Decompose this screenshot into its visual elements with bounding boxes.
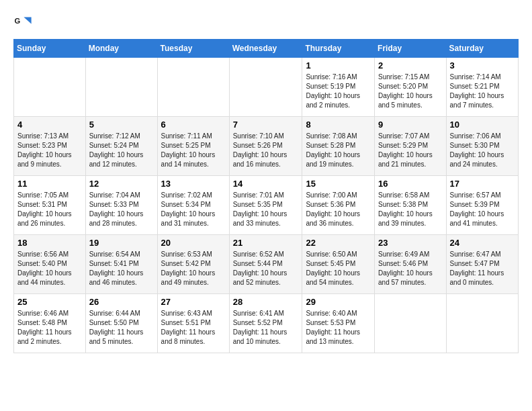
day-cell: 29Sunrise: 6:40 AMSunset: 5:53 PMDayligh… (302, 294, 375, 353)
day-detail: Sunrise: 7:10 AMSunset: 5:26 PMDaylight:… (233, 132, 299, 169)
day-detail: Sunrise: 6:58 AMSunset: 5:38 PMDaylight:… (378, 191, 442, 228)
day-number: 21 (233, 238, 299, 248)
day-detail: Sunrise: 7:16 AMSunset: 5:19 PMDaylight:… (306, 73, 371, 110)
day-cell (157, 58, 229, 117)
logo-icon: G (13, 13, 32, 32)
day-cell: 14Sunrise: 7:01 AMSunset: 5:35 PMDayligh… (229, 176, 302, 235)
day-cell: 16Sunrise: 6:58 AMSunset: 5:38 PMDayligh… (375, 176, 446, 235)
day-cell: 25Sunrise: 6:46 AMSunset: 5:48 PMDayligh… (14, 294, 86, 353)
day-cell: 18Sunrise: 6:56 AMSunset: 5:40 PMDayligh… (14, 235, 86, 294)
day-cell: 15Sunrise: 7:00 AMSunset: 5:36 PMDayligh… (302, 176, 375, 235)
day-detail: Sunrise: 7:13 AMSunset: 5:23 PMDaylight:… (17, 132, 82, 169)
weekday-header-tuesday: Tuesday (157, 40, 229, 58)
day-number: 4 (17, 120, 82, 130)
weekday-header-wednesday: Wednesday (229, 40, 302, 58)
day-number: 13 (161, 179, 226, 189)
day-cell: 1Sunrise: 7:16 AMSunset: 5:19 PMDaylight… (302, 58, 375, 117)
day-detail: Sunrise: 7:06 AMSunset: 5:30 PMDaylight:… (450, 132, 515, 169)
day-cell: 21Sunrise: 6:52 AMSunset: 5:44 PMDayligh… (229, 235, 302, 294)
day-cell: 23Sunrise: 6:49 AMSunset: 5:46 PMDayligh… (375, 235, 446, 294)
day-detail: Sunrise: 7:01 AMSunset: 5:35 PMDaylight:… (233, 191, 299, 228)
day-number: 5 (89, 120, 154, 130)
day-cell: 19Sunrise: 6:54 AMSunset: 5:41 PMDayligh… (85, 235, 157, 294)
day-number: 11 (17, 179, 82, 189)
week-row-1: 1Sunrise: 7:16 AMSunset: 5:19 PMDaylight… (14, 58, 519, 117)
day-number: 8 (306, 120, 371, 130)
day-detail: Sunrise: 6:44 AMSunset: 5:50 PMDaylight:… (89, 309, 154, 347)
day-cell: 13Sunrise: 7:02 AMSunset: 5:34 PMDayligh… (157, 176, 229, 235)
day-cell: 2Sunrise: 7:15 AMSunset: 5:20 PMDaylight… (375, 58, 446, 117)
day-cell: 12Sunrise: 7:04 AMSunset: 5:33 PMDayligh… (85, 176, 157, 235)
day-cell: 7Sunrise: 7:10 AMSunset: 5:26 PMDaylight… (229, 117, 302, 176)
day-detail: Sunrise: 6:43 AMSunset: 5:51 PMDaylight:… (161, 309, 226, 347)
week-row-5: 25Sunrise: 6:46 AMSunset: 5:48 PMDayligh… (14, 294, 519, 353)
day-detail: Sunrise: 6:53 AMSunset: 5:42 PMDaylight:… (161, 250, 226, 287)
day-number: 7 (233, 120, 299, 130)
day-cell (14, 58, 86, 117)
day-number: 28 (233, 297, 299, 307)
day-detail: Sunrise: 6:54 AMSunset: 5:41 PMDaylight:… (89, 250, 154, 287)
day-number: 24 (450, 238, 515, 248)
day-detail: Sunrise: 7:15 AMSunset: 5:20 PMDaylight:… (378, 73, 442, 110)
day-cell: 22Sunrise: 6:50 AMSunset: 5:45 PMDayligh… (302, 235, 375, 294)
day-detail: Sunrise: 6:56 AMSunset: 5:40 PMDaylight:… (17, 250, 82, 287)
day-detail: Sunrise: 6:46 AMSunset: 5:48 PMDaylight:… (17, 309, 82, 347)
day-cell: 3Sunrise: 7:14 AMSunset: 5:21 PMDaylight… (446, 58, 518, 117)
logo: G (13, 13, 35, 32)
day-number: 12 (89, 179, 154, 189)
day-number: 18 (17, 238, 82, 248)
day-cell: 9Sunrise: 7:07 AMSunset: 5:29 PMDaylight… (375, 117, 446, 176)
day-detail: Sunrise: 7:04 AMSunset: 5:33 PMDaylight:… (89, 191, 154, 228)
weekday-header-saturday: Saturday (446, 40, 518, 58)
day-cell: 17Sunrise: 6:57 AMSunset: 5:39 PMDayligh… (446, 176, 518, 235)
day-number: 15 (306, 179, 371, 189)
svg-text:G: G (14, 17, 20, 25)
day-detail: Sunrise: 7:07 AMSunset: 5:29 PMDaylight:… (378, 132, 442, 169)
day-cell (446, 294, 518, 353)
day-cell: 10Sunrise: 7:06 AMSunset: 5:30 PMDayligh… (446, 117, 518, 176)
day-number: 29 (306, 297, 371, 307)
day-cell: 24Sunrise: 6:47 AMSunset: 5:47 PMDayligh… (446, 235, 518, 294)
weekday-header-friday: Friday (375, 40, 446, 58)
day-detail: Sunrise: 7:08 AMSunset: 5:28 PMDaylight:… (306, 132, 371, 169)
day-cell (229, 58, 302, 117)
day-detail: Sunrise: 7:05 AMSunset: 5:31 PMDaylight:… (17, 191, 82, 228)
day-number: 10 (450, 120, 515, 130)
day-number: 1 (306, 60, 371, 71)
day-cell: 28Sunrise: 6:41 AMSunset: 5:52 PMDayligh… (229, 294, 302, 353)
day-number: 3 (450, 60, 515, 71)
day-detail: Sunrise: 6:57 AMSunset: 5:39 PMDaylight:… (450, 191, 515, 228)
day-number: 9 (378, 120, 442, 130)
weekday-header-row: SundayMondayTuesdayWednesdayThursdayFrid… (14, 40, 519, 58)
day-number: 26 (89, 297, 154, 307)
day-detail: Sunrise: 7:14 AMSunset: 5:21 PMDaylight:… (450, 73, 515, 110)
day-detail: Sunrise: 6:41 AMSunset: 5:52 PMDaylight:… (233, 309, 299, 347)
day-detail: Sunrise: 7:12 AMSunset: 5:24 PMDaylight:… (89, 132, 154, 169)
weekday-header-sunday: Sunday (14, 40, 86, 58)
day-number: 27 (161, 297, 226, 307)
day-cell: 8Sunrise: 7:08 AMSunset: 5:28 PMDaylight… (302, 117, 375, 176)
day-number: 17 (450, 179, 515, 189)
day-detail: Sunrise: 6:40 AMSunset: 5:53 PMDaylight:… (306, 309, 371, 347)
week-row-2: 4Sunrise: 7:13 AMSunset: 5:23 PMDaylight… (14, 117, 519, 176)
day-number: 14 (233, 179, 299, 189)
day-number: 19 (89, 238, 154, 248)
calendar-table: SundayMondayTuesdayWednesdayThursdayFrid… (13, 39, 519, 353)
day-number: 23 (378, 238, 442, 248)
weekday-header-thursday: Thursday (302, 40, 375, 58)
week-row-4: 18Sunrise: 6:56 AMSunset: 5:40 PMDayligh… (14, 235, 519, 294)
day-cell (375, 294, 446, 353)
weekday-header-monday: Monday (85, 40, 157, 58)
day-cell: 11Sunrise: 7:05 AMSunset: 5:31 PMDayligh… (14, 176, 86, 235)
day-detail: Sunrise: 7:11 AMSunset: 5:25 PMDaylight:… (161, 132, 226, 169)
day-cell: 6Sunrise: 7:11 AMSunset: 5:25 PMDaylight… (157, 117, 229, 176)
svg-marker-1 (24, 17, 31, 24)
day-detail: Sunrise: 6:50 AMSunset: 5:45 PMDaylight:… (306, 250, 371, 287)
page-header: G (13, 13, 519, 32)
day-cell: 20Sunrise: 6:53 AMSunset: 5:42 PMDayligh… (157, 235, 229, 294)
day-number: 16 (378, 179, 442, 189)
day-number: 2 (378, 60, 442, 71)
day-cell: 27Sunrise: 6:43 AMSunset: 5:51 PMDayligh… (157, 294, 229, 353)
day-cell (85, 58, 157, 117)
day-number: 20 (161, 238, 226, 248)
